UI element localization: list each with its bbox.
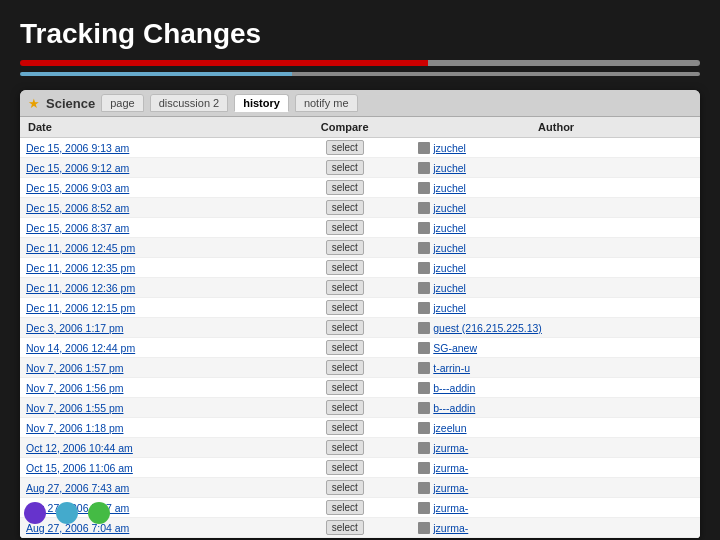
author-link[interactable]: jzuchel	[418, 282, 694, 294]
select-button[interactable]: select	[326, 280, 364, 295]
date-link[interactable]: Nov 7, 2006 1:55 pm	[26, 402, 123, 414]
date-link[interactable]: Nov 7, 2006 1:18 pm	[26, 422, 123, 434]
author-link[interactable]: jzurma-	[418, 522, 694, 534]
accent-bar2	[20, 72, 700, 76]
compare-cell: select	[277, 298, 412, 318]
date-link[interactable]: Dec 3, 2006 1:17 pm	[26, 322, 123, 334]
select-button[interactable]: select	[326, 360, 364, 375]
date-link[interactable]: Dec 15, 2006 9:13 am	[26, 142, 129, 154]
dot-purple[interactable]	[24, 502, 46, 524]
author-icon	[418, 242, 430, 254]
select-button[interactable]: select	[326, 400, 364, 415]
table-row: Nov 7, 2006 1:55 pmselectb---addin	[20, 398, 700, 418]
author-icon	[418, 382, 430, 394]
date-link[interactable]: Nov 14, 2006 12:44 pm	[26, 342, 135, 354]
compare-cell: select	[277, 138, 412, 158]
date-cell: Dec 15, 2006 8:52 am	[20, 198, 277, 218]
compare-cell: select	[277, 518, 412, 538]
author-icon	[418, 182, 430, 194]
date-link[interactable]: Nov 7, 2006 1:56 pm	[26, 382, 123, 394]
browser-window: ★ Science page discussion 2 history noti…	[20, 90, 700, 538]
select-button[interactable]: select	[326, 340, 364, 355]
author-cell: jzuchel	[412, 138, 700, 158]
author-link[interactable]: guest (216.215.225.13)	[418, 322, 694, 334]
date-link[interactable]: Aug 27, 2006 7:43 am	[26, 482, 129, 494]
dot-green[interactable]	[88, 502, 110, 524]
author-icon	[418, 482, 430, 494]
select-button[interactable]: select	[326, 320, 364, 335]
select-button[interactable]: select	[326, 460, 364, 475]
select-button[interactable]: select	[326, 300, 364, 315]
select-button[interactable]: select	[326, 240, 364, 255]
date-cell: Dec 11, 2006 12:35 pm	[20, 258, 277, 278]
author-link[interactable]: jzuchel	[418, 242, 694, 254]
table-row: Nov 7, 2006 1:18 pmselectjzeelun	[20, 418, 700, 438]
tab-page[interactable]: page	[101, 94, 143, 112]
author-icon	[418, 522, 430, 534]
table-row: Nov 7, 2006 1:56 pmselectb---addin	[20, 378, 700, 398]
author-link[interactable]: jzuchel	[418, 182, 694, 194]
author-link[interactable]: jzuchel	[418, 262, 694, 274]
tab-history[interactable]: history	[234, 94, 289, 112]
date-link[interactable]: Dec 11, 2006 12:45 pm	[26, 242, 135, 254]
select-button[interactable]: select	[326, 420, 364, 435]
select-button[interactable]: select	[326, 220, 364, 235]
select-button[interactable]: select	[326, 440, 364, 455]
author-icon	[418, 222, 430, 234]
date-link[interactable]: Dec 11, 2006 12:36 pm	[26, 282, 135, 294]
author-link[interactable]: jzeelun	[418, 422, 694, 434]
date-link[interactable]: Dec 15, 2006 8:52 am	[26, 202, 129, 214]
author-link[interactable]: SG-anew	[418, 342, 694, 354]
wiki-star-icon: ★	[28, 96, 40, 111]
author-icon	[418, 322, 430, 334]
select-button[interactable]: select	[326, 160, 364, 175]
author-link[interactable]: jzuchel	[418, 302, 694, 314]
author-link[interactable]: jzuchel	[418, 222, 694, 234]
date-link[interactable]: Dec 15, 2006 9:12 am	[26, 162, 129, 174]
author-cell: jzeelun	[412, 418, 700, 438]
date-cell: Oct 12, 2006 10:44 am	[20, 438, 277, 458]
date-cell: Nov 14, 2006 12:44 pm	[20, 338, 277, 358]
select-button[interactable]: select	[326, 520, 364, 535]
date-link[interactable]: Dec 11, 2006 12:35 pm	[26, 262, 135, 274]
author-link[interactable]: jzurma-	[418, 482, 694, 494]
select-button[interactable]: select	[326, 140, 364, 155]
select-button[interactable]: select	[326, 500, 364, 515]
table-row: Dec 15, 2006 9:03 amselectjzuchel	[20, 178, 700, 198]
author-link[interactable]: b---addin	[418, 402, 694, 414]
author-icon	[418, 282, 430, 294]
author-icon	[418, 502, 430, 514]
date-cell: Dec 11, 2006 12:36 pm	[20, 278, 277, 298]
author-link[interactable]: b---addin	[418, 382, 694, 394]
author-link[interactable]: jzuchel	[418, 142, 694, 154]
date-link[interactable]: Oct 15, 2006 11:06 am	[26, 462, 133, 474]
date-link[interactable]: Dec 15, 2006 8:37 am	[26, 222, 129, 234]
author-link[interactable]: jzurma-	[418, 502, 694, 514]
date-link[interactable]: Oct 12, 2006 10:44 am	[26, 442, 133, 454]
author-link[interactable]: jzurma-	[418, 462, 694, 474]
table-row: Aug 27, 2006 7:17 amselectjzurma-	[20, 498, 700, 518]
compare-cell: select	[277, 418, 412, 438]
select-button[interactable]: select	[326, 380, 364, 395]
date-link[interactable]: Nov 7, 2006 1:57 pm	[26, 362, 123, 374]
author-cell: jzuchel	[412, 178, 700, 198]
author-link[interactable]: jzuchel	[418, 202, 694, 214]
tab-discussion[interactable]: discussion 2	[150, 94, 229, 112]
select-button[interactable]: select	[326, 480, 364, 495]
bottom-dots	[24, 502, 110, 524]
author-cell: t-arrin-u	[412, 358, 700, 378]
author-cell: jzurma-	[412, 458, 700, 478]
select-button[interactable]: select	[326, 180, 364, 195]
author-cell: jzurma-	[412, 478, 700, 498]
author-link[interactable]: t-arrin-u	[418, 362, 694, 374]
author-link[interactable]: jzuchel	[418, 162, 694, 174]
author-link[interactable]: jzurma-	[418, 442, 694, 454]
select-button[interactable]: select	[326, 260, 364, 275]
accent-bar1	[20, 60, 700, 66]
select-button[interactable]: select	[326, 200, 364, 215]
date-link[interactable]: Dec 11, 2006 12:15 pm	[26, 302, 135, 314]
dot-blue[interactable]	[56, 502, 78, 524]
table-row: Dec 11, 2006 12:36 pmselectjzuchel	[20, 278, 700, 298]
date-link[interactable]: Dec 15, 2006 9:03 am	[26, 182, 129, 194]
tab-notify[interactable]: notify me	[295, 94, 358, 112]
